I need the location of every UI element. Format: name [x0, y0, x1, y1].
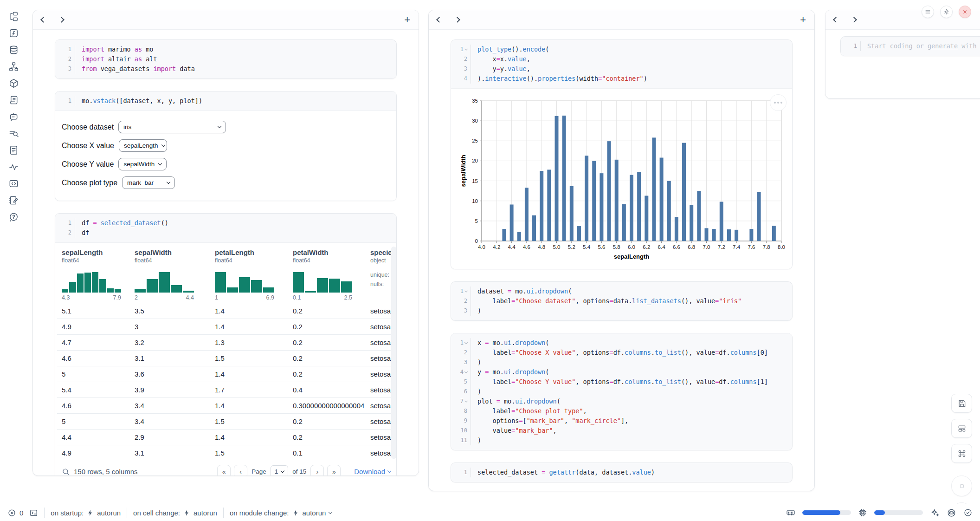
code-editor[interactable]: 1mo.vstack([dataset, x, y, plot])	[55, 91, 396, 111]
file-tree-icon[interactable]	[8, 11, 19, 22]
sitemap-icon[interactable]	[8, 61, 19, 72]
help-chat-icon[interactable]	[8, 212, 19, 222]
svg-text:15: 15	[472, 178, 478, 184]
generate-link[interactable]: generate	[928, 42, 958, 50]
code-editor[interactable]: 1dataset = mo.ui.dropdown(2 label="Choos…	[451, 282, 792, 320]
chevron-left-icon[interactable]	[436, 17, 442, 23]
table-row[interactable]: 4.63.41.40.30000000000000004setosa	[57, 398, 396, 414]
line-number: 8	[451, 406, 471, 416]
save-button[interactable]	[951, 394, 972, 413]
table-row[interactable]: 53.41.50.2setosa	[57, 414, 396, 430]
next-page-button[interactable]: ›	[310, 465, 324, 476]
code-editor[interactable]: 1 Start coding or generate with AI	[841, 37, 980, 56]
fold-chevron-icon[interactable]	[464, 289, 468, 292]
code-text: label="Choose dataset", options=data.lis…	[471, 296, 741, 306]
command-palette-button[interactable]	[951, 444, 972, 463]
first-page-button[interactable]: «	[217, 465, 231, 476]
code-text: label="Choose Y value", options=df.colum…	[471, 377, 768, 387]
table-scrollbar[interactable]	[391, 247, 396, 459]
column-header[interactable]: petalWidth float64 0.12.5	[288, 245, 366, 303]
column-header[interactable]: petalLength float64 16.9	[210, 245, 288, 303]
svg-text:7.8: 7.8	[763, 244, 770, 250]
code-editor[interactable]: 1x = mo.ui.dropdown(2 label="Choose X va…	[451, 333, 792, 450]
stop-button[interactable]	[951, 475, 972, 496]
lightning-icon	[87, 509, 94, 516]
dropdown-label: Choose plot type	[62, 179, 117, 187]
layout-button[interactable]	[951, 419, 972, 438]
line-number: 11	[451, 436, 471, 445]
fold-chevron-icon[interactable]	[464, 340, 468, 344]
chart-menu-button[interactable]	[770, 94, 787, 111]
search-icon[interactable]	[62, 468, 70, 476]
table-row[interactable]: 4.73.21.30.2setosa	[57, 335, 396, 351]
add-cell-button[interactable]: +	[404, 15, 410, 25]
svg-text:5.8: 5.8	[613, 244, 620, 250]
chevron-left-icon[interactable]	[40, 17, 46, 23]
search-list-icon[interactable]	[8, 128, 19, 139]
copilot-icon[interactable]	[947, 508, 956, 518]
add-cell-button[interactable]: +	[800, 15, 806, 25]
close-button[interactable]	[959, 6, 971, 18]
lightning-icon	[183, 509, 190, 516]
table-cell: 3.5	[130, 303, 210, 319]
chevron-left-icon[interactable]	[833, 17, 839, 23]
notebook-edit-icon[interactable]	[8, 195, 19, 206]
startup-mode[interactable]: on startup: autorun	[51, 509, 121, 517]
settings-button[interactable]	[940, 6, 953, 18]
code-editor[interactable]: 1df = selected_dataset()2df	[55, 214, 396, 242]
empty-code-cell: 1 Start coding or generate with AI	[840, 36, 980, 56]
column-histogram	[135, 268, 194, 293]
table-row[interactable]: 4.93.11.50.1setosa	[57, 445, 396, 461]
code-text: import marimo as mo	[75, 45, 153, 54]
prev-page-button[interactable]: ‹	[234, 465, 247, 476]
chat-bot-icon[interactable]	[8, 111, 19, 122]
code-editor[interactable]: 1import marimo as mo2import altair as al…	[55, 40, 396, 78]
table-row[interactable]: 53.61.40.2setosa	[57, 366, 396, 382]
code-editor[interactable]: 1plot_type().encode(2 x=x.value,3 y=y.va…	[451, 40, 792, 88]
code-text: mo.vstack([dataset, x, y, plot])	[75, 96, 202, 106]
activity-icon[interactable]	[8, 162, 19, 172]
table-row[interactable]: 5.43.91.70.4setosa	[57, 382, 396, 398]
fold-chevron-icon[interactable]	[464, 370, 468, 373]
code-cell-chart: 1plot_type().encode(2 x=x.value,3 y=y.va…	[451, 39, 793, 269]
code-snippet-icon[interactable]	[8, 178, 19, 189]
table-row[interactable]: 5.13.51.40.2setosa	[57, 303, 396, 319]
altair-chart[interactable]: 4.04.24.44.64.85.05.25.45.65.86.06.26.46…	[459, 96, 787, 264]
fold-chevron-icon[interactable]	[464, 399, 468, 402]
x-value-select[interactable]: sepalLength	[119, 139, 167, 152]
plot-type-select[interactable]: mark_bar	[122, 176, 175, 189]
code-editor[interactable]: 1selected_dataset = getattr(data, datase…	[451, 463, 792, 482]
line-number: 2	[55, 228, 75, 238]
table-row[interactable]: 4.931.40.2setosa	[57, 319, 396, 335]
sparkles-ai-icon[interactable]	[930, 508, 940, 518]
chevron-right-icon[interactable]	[454, 17, 460, 23]
table-row[interactable]: 4.63.11.50.2setosa	[57, 351, 396, 366]
dataset-select[interactable]: iris	[118, 121, 226, 133]
line-number: 1	[55, 96, 75, 106]
notebook-panel-left: + 1import marimo as mo2import altair as …	[32, 10, 419, 476]
script-icon[interactable]	[8, 95, 19, 105]
last-page-button[interactable]: »	[327, 465, 341, 476]
package-icon[interactable]	[8, 78, 19, 89]
table-row[interactable]: 4.42.91.40.2setosa	[57, 430, 396, 445]
chevron-right-icon[interactable]	[851, 17, 857, 23]
error-indicator[interactable]: 0	[7, 508, 23, 517]
chevron-right-icon[interactable]	[58, 17, 64, 23]
document-icon[interactable]	[8, 145, 19, 156]
database-icon[interactable]	[8, 45, 19, 55]
y-value-select[interactable]: sepalWidth	[118, 158, 167, 170]
module-change-mode[interactable]: on module change: autorun	[230, 509, 332, 517]
code-line: 10 value="mark_bar",	[451, 426, 792, 436]
cell-change-mode[interactable]: on cell change: autorun	[133, 509, 217, 517]
column-header[interactable]: sepalLength float64 4.37.9	[57, 245, 130, 303]
function-icon[interactable]	[8, 28, 19, 39]
column-header[interactable]: sepalWidth float64 24.4	[130, 245, 210, 303]
menu-button[interactable]	[922, 6, 934, 18]
terminal-icon[interactable]	[29, 508, 38, 517]
fold-chevron-icon[interactable]	[464, 47, 468, 50]
download-button[interactable]: Download	[354, 468, 391, 475]
page-select[interactable]: 1	[271, 465, 289, 476]
chevron-down-icon	[387, 469, 391, 473]
histogram-bar	[69, 282, 76, 293]
check-circle-icon[interactable]	[963, 508, 973, 517]
